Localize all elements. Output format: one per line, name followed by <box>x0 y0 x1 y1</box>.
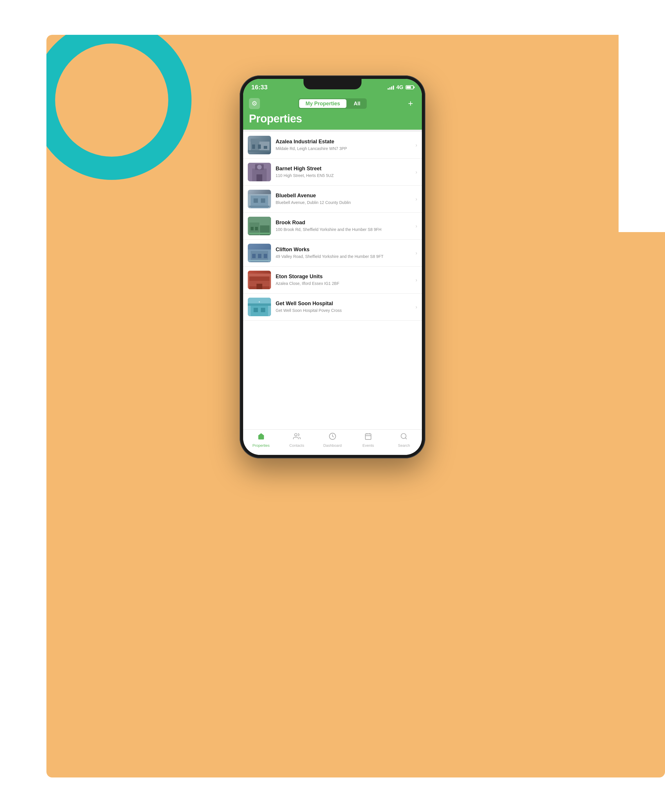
phone-device: 16:33 4G <box>240 75 425 458</box>
property-list-item[interactable]: Barnet High Street 110 High Street, Hert… <box>243 159 422 186</box>
property-info: Azalea Industrial Estate Mildale Rd, Lei… <box>276 139 413 152</box>
contacts-nav-icon <box>293 432 301 442</box>
property-thumbnail <box>248 244 271 262</box>
phone-wrapper: 16:33 4G <box>240 75 425 458</box>
property-list-item[interactable]: Bluebell Avenue Bluebell Avenue, Dublin … <box>243 186 422 213</box>
svg-point-10 <box>257 165 262 169</box>
svg-rect-25 <box>258 254 261 258</box>
svg-rect-14 <box>261 198 265 203</box>
property-info: Clifton Works 49 Valley Road, Sheffield … <box>276 247 413 260</box>
properties-nav-icon <box>257 432 265 442</box>
add-property-button[interactable]: + <box>405 98 416 109</box>
svg-rect-2 <box>252 144 255 149</box>
tab-toggle: My Properties All <box>298 98 367 109</box>
property-info: Bluebell Avenue Bluebell Avenue, Dublin … <box>276 193 413 206</box>
svg-rect-20 <box>255 227 258 230</box>
svg-rect-37 <box>254 308 258 312</box>
nav-item-search[interactable]: Search <box>386 432 422 448</box>
nav-label-search: Search <box>398 443 410 448</box>
property-thumbnail <box>248 136 271 154</box>
page-title: Properties <box>249 113 416 125</box>
chevron-right-icon: › <box>416 169 417 175</box>
svg-point-46 <box>401 434 406 438</box>
property-name: Azalea Industrial Estate <box>276 139 413 145</box>
nav-label-properties: Properties <box>252 443 270 448</box>
network-label: 4G <box>396 84 403 90</box>
property-name: Barnet High Street <box>276 165 413 172</box>
settings-button[interactable]: ⚙ <box>249 98 260 109</box>
property-name: Eton Storage Units <box>276 273 413 280</box>
notch <box>303 79 362 89</box>
svg-line-47 <box>405 438 407 439</box>
nav-item-contacts[interactable]: Contacts <box>279 432 314 448</box>
svg-text:+: + <box>259 301 260 303</box>
svg-rect-24 <box>252 254 256 258</box>
nav-label-events: Events <box>362 443 374 448</box>
property-name: Bluebell Avenue <box>276 193 413 199</box>
chevron-right-icon: › <box>416 223 417 229</box>
settings-gear-icon: ⚙ <box>252 100 257 107</box>
property-info: Eton Storage Units Azalea Close, Ilford … <box>276 273 413 286</box>
chevron-right-icon: › <box>416 250 417 256</box>
events-nav-icon <box>364 432 372 442</box>
property-thumbnail <box>248 163 271 181</box>
signal-bars-icon <box>388 85 394 90</box>
svg-rect-33 <box>257 284 262 289</box>
property-list-item[interactable]: + Get Well Soon Hospital Get Well Soon H… <box>243 294 422 321</box>
chevron-right-icon: › <box>416 196 417 202</box>
property-list-item[interactable]: Eton Storage Units Azalea Close, Ilford … <box>243 267 422 294</box>
svg-rect-42 <box>365 434 371 439</box>
property-list-item[interactable]: Brook Road 100 Brook Rd, Sheffield Yorks… <box>243 213 422 240</box>
nav-item-properties[interactable]: Properties <box>243 432 279 448</box>
white-top-area <box>0 0 46 812</box>
svg-rect-26 <box>264 254 267 258</box>
battery-fill <box>406 86 411 88</box>
bottom-nav: Properties Contacts <box>243 429 422 455</box>
property-address: Bluebell Avenue, Dublin 12 County Dublin <box>276 200 413 206</box>
property-address: Azalea Close, Ilford Essex IG1 2BF <box>276 281 413 286</box>
property-address: 100 Brook Rd, Sheffield Yorkshire and th… <box>276 227 413 232</box>
svg-rect-13 <box>254 198 258 203</box>
svg-rect-5 <box>248 150 271 152</box>
property-info: Barnet High Street 110 High Street, Hert… <box>276 165 413 179</box>
header-top-row: ⚙ My Properties All + <box>249 98 416 109</box>
svg-rect-4 <box>264 146 267 149</box>
teal-arc-decoration <box>46 35 221 209</box>
nav-item-events[interactable]: Events <box>351 432 386 448</box>
status-time: 16:33 <box>251 82 267 91</box>
chevron-right-icon: › <box>416 142 417 148</box>
nav-item-dashboard[interactable]: Dashboard <box>314 432 350 448</box>
dashboard-nav-icon <box>329 432 336 442</box>
property-info: Get Well Soon Hospital Get Well Soon Hos… <box>276 301 413 314</box>
svg-point-40 <box>295 434 297 436</box>
property-address: Get Well Soon Hospital Povey Cross <box>276 308 413 314</box>
property-name: Get Well Soon Hospital <box>276 301 413 307</box>
property-address: Mildale Rd, Leigh Lancashire WN7 3PP <box>276 146 413 152</box>
tab-all[interactable]: All <box>347 98 367 109</box>
property-info: Brook Road 100 Brook Rd, Sheffield Yorks… <box>276 219 413 232</box>
svg-rect-21 <box>249 232 270 234</box>
tab-my-properties[interactable]: My Properties <box>299 99 346 108</box>
property-thumbnail: + <box>248 298 271 316</box>
property-thumbnail <box>248 190 271 208</box>
white-top-strip <box>46 0 619 35</box>
white-top-right <box>619 0 665 232</box>
svg-rect-36 <box>248 303 271 306</box>
status-icons: 4G <box>388 83 414 90</box>
property-list-item[interactable]: Clifton Works 49 Valley Road, Sheffield … <box>243 240 422 267</box>
property-thumbnail <box>248 217 271 235</box>
property-list-item[interactable]: Azalea Industrial Estate Mildale Rd, Lei… <box>243 132 422 159</box>
property-address: 110 High Street, Herts EN5 5UZ <box>276 173 413 179</box>
nav-label-dashboard: Dashboard <box>323 443 342 448</box>
svg-rect-15 <box>249 206 270 207</box>
svg-rect-38 <box>261 308 265 312</box>
property-list[interactable]: Azalea Industrial Estate Mildale Rd, Lei… <box>243 132 422 429</box>
svg-rect-30 <box>249 277 270 281</box>
battery-icon <box>406 85 414 89</box>
property-name: Clifton Works <box>276 247 413 253</box>
chevron-right-icon: › <box>416 304 417 310</box>
svg-rect-27 <box>248 260 271 261</box>
app-header: ⚙ My Properties All + Properties <box>243 94 422 130</box>
svg-rect-19 <box>251 227 254 230</box>
property-address: 49 Valley Road, Sheffield Yorkshire and … <box>276 254 413 260</box>
